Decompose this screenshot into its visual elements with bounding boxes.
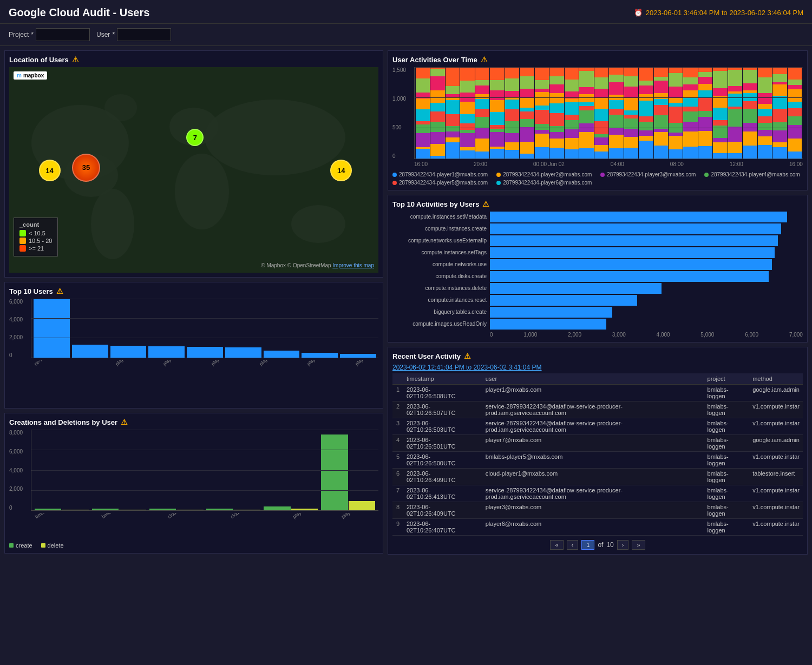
grid-line-top [31,299,378,299]
time-bar-segment [788,152,802,159]
time-bar-segment [609,100,623,109]
time-bar-segment [549,84,564,93]
svg-point-5 [175,154,229,229]
next-page-btn[interactable]: › [617,540,629,550]
last-page-btn[interactable]: » [632,540,645,550]
user-filter[interactable]: User * [96,28,171,41]
user-bar [264,351,300,358]
create-bar [149,509,176,510]
time-bar-segment [520,76,534,89]
table-row: 8 2023-06-02T10:26:409UTC player3@mxabs.… [392,502,803,519]
user-input[interactable] [117,28,171,41]
time-bar-segment [520,119,534,127]
time-bar-segment [475,139,489,152]
row-num: 6 [392,469,403,485]
time-bar-segment [639,130,653,136]
project-filter[interactable]: Project * [9,28,90,41]
time-range: ⏰ 2023-06-01 3:46:04 PM to 2023-06-02 3:… [634,9,803,17]
time-bar-segment [669,133,683,136]
cluster-1: 14 [39,160,61,181]
time-x-label: 16:00 [789,161,803,167]
time-bar-segment [624,67,638,76]
project-input[interactable] [36,28,90,41]
time-chart-wrapper: 1,500 1,000 500 0 16:0020:0000:00 Jun 02… [392,67,803,167]
time-bars-container [415,67,803,159]
time-bar-segment [758,109,772,116]
time-bar-segment [639,101,653,116]
activity-bar [490,307,612,318]
creations-x-labels: bmlabs-player1@mxabs.combmlabs-player5@m… [31,513,378,540]
table-row: 2 2023-06-02T10:26:507UTC service-287993… [392,401,803,418]
user-bar [72,345,108,358]
time-bar-segment [520,67,534,76]
row-timestamp: 2023-06-02T10:26:501UTC [403,435,482,452]
time-bar-group [520,67,534,159]
svg-point-3 [91,189,134,259]
time-bar-segment [788,102,802,108]
time-bar-segment [446,142,460,159]
activity-label: compute.images.useReadOnly [395,321,490,327]
row-method: v1.compute.instar [749,502,803,519]
time-bar-segment [654,115,668,129]
time-bar-segment [698,146,712,159]
activity-label: compute.instances.delete [395,285,490,292]
creations-chart: 8,000 6,000 4,000 2,000 0 bmlabs-player1… [9,430,378,540]
row-project: bmlabs-loggen [704,435,750,452]
time-bar-segment [505,142,519,150]
row-project: bmlabs-loggen [704,401,750,418]
time-bar-segment [520,154,534,159]
time-bar-segment [609,115,623,128]
improve-map-link[interactable]: Improve this map [332,262,374,268]
legend-title: _count [19,221,52,228]
user-bar [340,354,376,358]
time-bar-group [639,67,653,159]
location-title: Location of Users ⚠ [9,55,378,64]
time-bar-segment [758,104,772,109]
time-bar-segment [683,111,697,122]
first-page-btn[interactable]: « [550,540,563,550]
creation-bar-group [206,509,260,510]
top-activities-panel: Top 10 Activities by Users ⚠ compute.ins… [388,195,808,343]
time-bar-segment [624,148,638,159]
user-bar [302,353,338,358]
time-bar-segment [788,116,802,125]
time-bar-segment [788,139,802,152]
cluster-2: 35 [72,154,100,182]
time-bar-segment [758,77,772,94]
time-bar-segment [728,142,742,153]
activity-table-body: 1 2023-06-02T10:26:508UTC player1@mxabs.… [392,385,803,536]
time-bar-group [416,67,430,159]
time-bar-segment [416,67,430,78]
filters-bar: Project * User * [0,24,812,46]
time-bar-segment [654,93,668,98]
creations-chart-area [31,430,378,511]
map-container: m © Mapbox © OpenStreetMap mapbox 14 35 … [9,67,378,273]
current-page-btn[interactable]: 1 [581,540,594,550]
time-bar-segment [698,98,712,111]
time-bar-segment [594,67,608,77]
activity-bar [490,295,637,306]
time-bar-segment [520,108,534,111]
users-bars-container [31,299,378,358]
legend-dot-1 [19,230,26,236]
time-bar-segment [624,129,638,137]
time-bar-segment [416,124,430,133]
time-bar-segment [624,137,638,148]
time-bar-segment [549,76,564,84]
row-timestamp: 2023-06-02T10:26:407UTC [403,519,482,536]
row-project: bmlabs-loggen [704,519,750,536]
legend-dot-p4 [704,173,709,177]
time-bar-group [594,67,608,159]
legend-player5: 287993422434-player5@mxabs.com [392,180,488,186]
legend-player2: 287993422434-player2@mxabs.com [496,172,592,177]
creation-x-label: player3@mxabs.com [292,513,344,536]
time-bar-segment [460,67,474,81]
svg-point-8 [104,94,137,121]
activity-row: compute.instances.reset [490,295,803,306]
prev-page-btn[interactable]: ‹ [567,540,579,550]
time-bar-segment [788,89,802,102]
time-bar-segment [788,67,802,80]
time-bar-segment [535,106,549,110]
time-bar-segment [772,74,787,82]
time-bar-segment [713,120,727,126]
